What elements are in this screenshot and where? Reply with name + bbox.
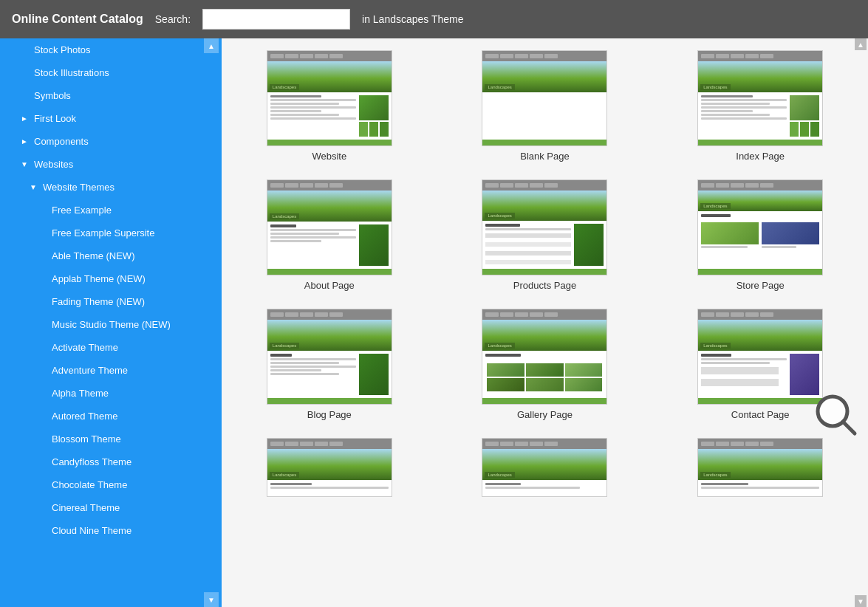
grid-item-blank-page[interactable]: Landscapes Blank Page [449,50,641,162]
sidebar: ▲ Stock Photos Stock Illustrations Symbo… [0,38,222,607]
item-label-about-page: About Page [304,280,355,291]
sidebar-item-autored-theme[interactable]: Autored Theme [0,405,222,428]
sidebar-item-symbols[interactable]: Symbols [0,84,222,107]
sidebar-item-fading-theme[interactable]: Fading Theme (NEW) [0,290,222,313]
grid-item-products-page[interactable]: Landscapes [449,179,641,291]
arrow-down-icon: ▼ [30,183,38,191]
item-label-store-page: Store Page [737,280,785,291]
grid-item-blog-page[interactable]: Landscapes [233,309,426,420]
thumb-news-page: Landscapes [482,438,607,497]
item-label-website: Website [312,151,346,162]
grid-item-contact-page[interactable]: Landscapes [664,309,856,420]
grid-item-gallery-page[interactable]: Landscapes [449,309,641,420]
search-context: in Landscapes Theme [362,13,464,25]
sidebar-item-applab-theme[interactable]: Applab Theme (NEW) [0,267,222,290]
sidebar-item-chocolate-theme[interactable]: Chocolate Theme [0,473,222,496]
grid-item-store-page[interactable]: Landscapes [664,179,856,291]
grid-item-index-page[interactable]: Landscapes [664,50,856,162]
thumb-index-page: Landscapes [697,50,823,146]
arrow-right-icon: ► [21,114,30,123]
thumb-store-page: Landscapes [697,179,823,275]
item-label-blog-page: Blog Page [307,409,352,420]
grid-item-about-page[interactable]: Landscapes [233,179,426,291]
sidebar-item-first-look[interactable]: ► First Look [0,107,222,130]
thumb-landscapes-page: Landscapes [697,438,823,497]
item-label-blank-page: Blank Page [520,151,570,162]
sidebar-item-free-example[interactable]: Free Example [0,199,222,222]
sidebar-scroll-up[interactable]: ▲ [204,38,219,53]
sidebar-item-free-example-supersite[interactable]: Free Example Supersite [0,222,222,244]
sidebar-item-adventure-theme[interactable]: Adventure Theme [0,359,222,382]
sidebar-item-websites[interactable]: ▼ Websites [0,153,222,176]
item-label-gallery-page: Gallery Page [517,409,573,420]
sidebar-item-website-themes[interactable]: ▼ Website Themes [0,176,222,199]
sidebar-item-music-studio-theme[interactable]: Music Studio Theme (NEW) [0,313,222,336]
content-scroll-up[interactable]: ▲ [855,38,867,50]
grid-item-species-page[interactable]: Landscapes [233,438,426,501]
sidebar-item-stock-photos[interactable]: Stock Photos [0,38,222,61]
sidebar-item-candyfloss-theme[interactable]: Candyfloss Theme [0,450,222,473]
sidebar-scroll-down[interactable]: ▼ [204,592,219,607]
item-label-contact-page: Contact Page [731,409,790,420]
thumb-about-page: Landscapes [267,179,392,275]
sidebar-item-blossom-theme[interactable]: Blossom Theme [0,428,222,450]
sidebar-item-cloud-nine-theme[interactable]: Cloud Nine Theme [0,519,222,542]
arrow-right-icon: ► [21,137,30,145]
grid-item-website[interactable]: Landscapes [233,50,426,162]
item-label-index-page: Index Page [736,151,785,162]
thumb-products-page: Landscapes [482,179,607,275]
search-input[interactable] [202,9,350,30]
sidebar-item-alpha-theme[interactable]: Alpha Theme [0,382,222,405]
search-label: Search: [155,13,191,25]
arrow-down-icon: ▼ [21,160,30,168]
svg-line-1 [843,422,855,433]
sidebar-item-activate-theme[interactable]: Activate Theme [0,336,222,359]
thumb-gallery-page: Landscapes [482,309,607,405]
app-title: Online Content Catalog [12,13,143,26]
thumb-blank-page: Landscapes [482,50,607,146]
header: Online Content Catalog Search: in Landsc… [0,0,868,38]
grid-item-landscapes-page[interactable]: Landscapes [664,438,856,501]
thumb-blog-page: Landscapes [267,309,392,405]
content-grid: Landscapes [233,50,856,501]
sidebar-item-stock-illustrations[interactable]: Stock Illustrations [0,61,222,84]
item-label-products-page: Products Page [513,280,576,291]
grid-item-news-page[interactable]: Landscapes [449,438,641,501]
sidebar-item-able-theme[interactable]: Able Theme (NEW) [0,244,222,267]
content-scroll-down[interactable]: ▼ [855,595,867,607]
thumb-species-page: Landscapes [267,438,392,497]
thumb-contact-page: Landscapes [697,309,823,405]
sidebar-item-components[interactable]: ► Components [0,130,222,153]
main-layout: ▲ Stock Photos Stock Illustrations Symbo… [0,38,868,607]
content-area: ▲ Landscapes [222,38,868,607]
thumb-website: Landscapes [267,50,392,146]
sidebar-item-cinereal-theme[interactable]: Cinereal Theme [0,496,222,519]
